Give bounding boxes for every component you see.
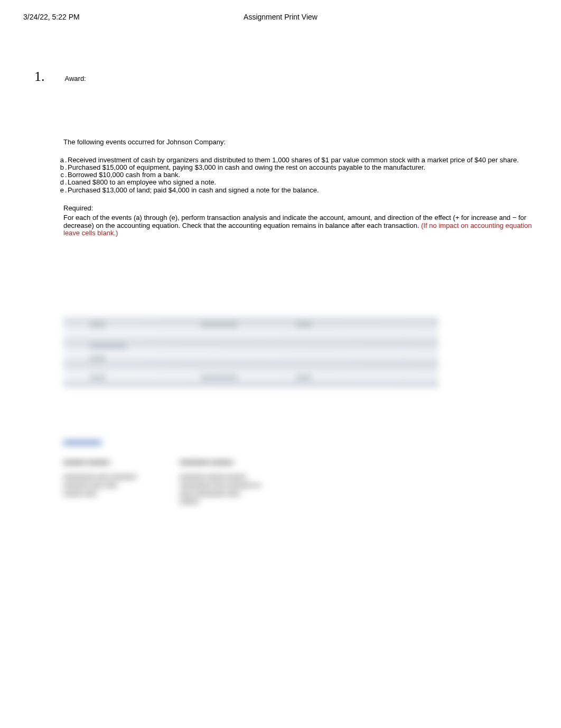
doc-title: Assignment Print View [244,13,317,21]
req-part1: For each of the events [63,214,134,222]
blurred-col1-head: ▬▬▬ ▬▬▬ [63,457,148,466]
blurred-col1-body: ▬▬▬▬▬ ▬▬ ▬▬▬▬▬▬▬▬ ▬▬ ▬▬▬▬▬ ▬▬ [63,472,148,497]
event-letter: c [57,171,64,179]
required-label: Required: [63,204,538,213]
event-text: Borrowed $10,000 cash from a bank. [68,171,538,179]
event-b: b. Purchased $15,000 of equipment, payin… [57,164,538,171]
event-e: e. Purchased $13,000 of land; paid $4,00… [57,187,538,194]
required-section: Required: For each of the events (a) thr… [63,204,538,237]
question-header: 1. Award: [34,69,538,85]
blurred-content: ▬▬▬▬ ▬▬▬ ▬▬▬ ▬▬▬▬▬ ▬▬ ▬▬▬▬▬▬▬▬ ▬▬ ▬▬▬▬▬ … [63,317,538,505]
event-letter: b [57,164,64,171]
event-letter: d [57,179,64,186]
intro-text: The following events occurred for Johnso… [63,137,538,147]
blurred-references: ▬▬▬▬ ▬▬▬ ▬▬▬ ▬▬▬▬▬ ▬▬ ▬▬▬▬▬▬▬▬ ▬▬ ▬▬▬▬▬ … [63,436,538,505]
blurred-col2-head: ▬▬▬▬ ▬▬▬ [180,457,264,466]
event-text: Received investment of cash by organizer… [68,156,538,164]
event-a: a. Received investment of cash by organi… [57,156,538,164]
events-list: a. Received investment of cash by organi… [57,156,538,194]
event-letter: e [57,187,64,194]
event-text: Purchased $13,000 of land; paid $4,000 i… [68,187,538,194]
event-c: c. Borrowed $10,000 cash from a bank. [57,171,538,179]
event-d: d. Loaned $800 to an employee who signed… [57,179,538,186]
award-label: Award: [65,75,86,82]
required-text: For each of the events (a) through (e), … [63,214,538,238]
question-container: 1. Award: The following events occurred … [0,21,561,505]
event-text: Purchased $15,000 of equipment, paying $… [68,164,538,171]
blurred-ref-title: ▬▬▬▬ [63,436,538,447]
event-letter: a [57,156,64,164]
req-e: (e) [169,214,177,222]
page-header: 3/24/22, 5:22 PM Assignment Print View [0,0,561,21]
blurred-answer-table [63,317,438,388]
print-datetime: 3/24/22, 5:22 PM [23,13,80,21]
event-text: Loaned $800 to an employee who signed a … [68,179,538,186]
req-through: through [142,214,169,222]
question-number: 1. [34,69,45,85]
blurred-col2-body: ▬▬▬▬ ▬▬▬ ▬▬▬▬▬▬▬▬ ▬▬ ▬▬▬▬ ▬▬▬ ▬▬▬▬▬ ▬▬▬▬… [180,472,264,505]
req-a: (a) [134,214,142,222]
